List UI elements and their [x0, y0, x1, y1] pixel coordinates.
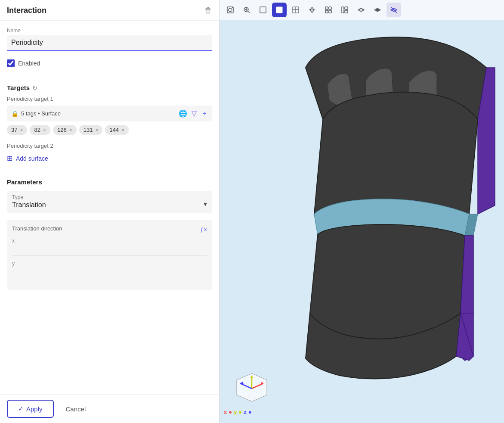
- svg-rect-18: [345, 7, 348, 9]
- enabled-checkbox[interactable]: [7, 59, 15, 67]
- visibility1-button[interactable]: [354, 3, 368, 17]
- svg-point-21: [376, 9, 379, 11]
- globe-icon[interactable]: 🌐: [179, 109, 187, 118]
- x-coord-input[interactable]: [12, 245, 207, 255]
- enabled-label: Enabled: [18, 60, 40, 67]
- panel-header: Interaction 🗑: [0, 0, 219, 21]
- type-label: Type: [12, 194, 207, 200]
- chevron-down-icon: ▾: [204, 200, 207, 208]
- y-coord-field: y: [12, 261, 207, 278]
- add-surface-label: Add surface: [16, 155, 48, 162]
- translation-section: Translation direction ƒx x y: [7, 220, 212, 290]
- target-2-block: Periodicity target 2 ⊞ Add surface: [7, 143, 212, 164]
- z-axis-label: z: [244, 409, 247, 415]
- type-dropdown[interactable]: Type Translation ▾: [7, 191, 212, 213]
- lock-icon: 🔒: [11, 110, 19, 117]
- svg-rect-7: [260, 7, 266, 13]
- x-axis-label: x: [224, 409, 227, 415]
- svg-point-1: [229, 8, 232, 12]
- tag-value-82: 82: [34, 127, 40, 133]
- tag-chip-144: 144 ×: [105, 125, 129, 135]
- divider-1: [7, 76, 212, 76]
- zoom-fit-button[interactable]: [223, 3, 238, 17]
- remove-tag-144[interactable]: ×: [121, 127, 124, 133]
- x-coord-label: x: [12, 238, 207, 244]
- tag-chip-126: 126 ×: [53, 125, 77, 135]
- visibility2-button[interactable]: [370, 3, 385, 17]
- remove-tag-131[interactable]: ×: [95, 127, 98, 133]
- tag-value-126: 126: [57, 127, 67, 133]
- name-label: Name: [7, 28, 212, 34]
- z-dot: ●: [248, 409, 252, 415]
- target-1-label: Periodicity target 1: [7, 96, 212, 102]
- right-panel: x ● y ● z ●: [220, 0, 504, 423]
- target-1-info: 🔒 5 tags • Surface: [11, 110, 61, 117]
- divider-2: [7, 172, 212, 172]
- tag-chip-37: 37 ×: [7, 125, 27, 135]
- refresh-icon[interactable]: ↻: [32, 84, 37, 91]
- target-1-count: 5 tags • Surface: [21, 110, 61, 117]
- parameters-title: Parameters: [7, 178, 212, 186]
- add-tag-icon[interactable]: ＋: [201, 109, 208, 118]
- cancel-button[interactable]: Cancel: [58, 400, 94, 418]
- svg-rect-8: [276, 7, 282, 13]
- add-surface-button[interactable]: ⊞ Add surface: [7, 152, 212, 164]
- svg-rect-17: [342, 7, 344, 13]
- apply-button[interactable]: ✓ Apply: [7, 400, 54, 418]
- svg-rect-9: [293, 7, 299, 13]
- parameters-section: Parameters Type Translation ▾ Translatio…: [7, 174, 212, 295]
- x-dot: ●: [229, 409, 232, 415]
- split-view-button[interactable]: [305, 3, 319, 17]
- y-axis-label: y: [234, 409, 237, 415]
- apply-checkmark: ✓: [18, 405, 24, 413]
- tag-value-144: 144: [109, 127, 119, 133]
- name-section: Name: [7, 21, 212, 56]
- target-1-block: Periodicity target 1 🔒 5 tags • Surface …: [7, 96, 212, 135]
- add-surface-icon: ⊞: [7, 154, 12, 162]
- remove-tag-37[interactable]: ×: [20, 127, 23, 133]
- svg-rect-19: [345, 10, 348, 13]
- name-input[interactable]: [7, 35, 212, 51]
- delete-icon[interactable]: 🗑: [204, 6, 212, 15]
- targets-title: Targets: [7, 84, 30, 91]
- svg-point-20: [360, 9, 362, 11]
- svg-rect-14: [329, 7, 331, 9]
- fx-icon[interactable]: ƒx: [200, 225, 207, 233]
- target-1-row: 🔒 5 tags • Surface 🌐 ▽ ＋: [7, 106, 212, 121]
- top-blade-group: [306, 37, 495, 214]
- svg-rect-13: [325, 7, 328, 9]
- apply-label: Apply: [26, 405, 43, 413]
- viewport[interactable]: x ● y ● z ●: [220, 20, 504, 423]
- square-view-button[interactable]: [256, 3, 270, 17]
- enabled-row: Enabled: [7, 56, 212, 74]
- solid-view-button[interactable]: [272, 3, 287, 17]
- svg-line-4: [248, 11, 250, 13]
- left-panel: Interaction 🗑 Name Enabled Targets ↻ Per…: [0, 0, 220, 423]
- tag-value-37: 37: [11, 127, 17, 133]
- tag-chip-131: 131 ×: [79, 125, 103, 135]
- target-1-actions: 🌐 ▽ ＋: [179, 109, 208, 118]
- svg-rect-16: [329, 10, 331, 13]
- grid-view2-button[interactable]: [337, 3, 352, 17]
- visibility3-button[interactable]: [387, 3, 401, 17]
- y-coord-label: y: [12, 261, 207, 267]
- axes-labels: x ● y ● z ●: [224, 409, 252, 415]
- y-coord-input[interactable]: [12, 267, 207, 278]
- bottom-bar: ✓ Apply Cancel: [0, 394, 219, 423]
- target-2-label: Periodicity target 2: [7, 143, 212, 149]
- filter-icon[interactable]: ▽: [192, 109, 197, 118]
- remove-tag-82[interactable]: ×: [43, 127, 46, 133]
- y-dot: ●: [238, 409, 242, 415]
- panel-scroll: Name Enabled Targets ↻ Periodicity targe…: [0, 21, 219, 394]
- tags-row: 37 × 82 × 126 × 131 × 144 ×: [7, 125, 212, 135]
- translation-dir-label: Translation direction: [12, 225, 207, 232]
- tag-chip-82: 82 ×: [30, 125, 50, 135]
- x-coord-field: x: [12, 238, 207, 255]
- targets-header: Targets ↻: [7, 78, 212, 96]
- svg-rect-15: [325, 10, 328, 13]
- wireframe-view-button[interactable]: [288, 3, 303, 17]
- grid-view1-button[interactable]: [321, 3, 336, 17]
- zoom-in-button[interactable]: [239, 3, 254, 17]
- panel-title: Interaction: [7, 6, 46, 15]
- remove-tag-126[interactable]: ×: [69, 127, 72, 133]
